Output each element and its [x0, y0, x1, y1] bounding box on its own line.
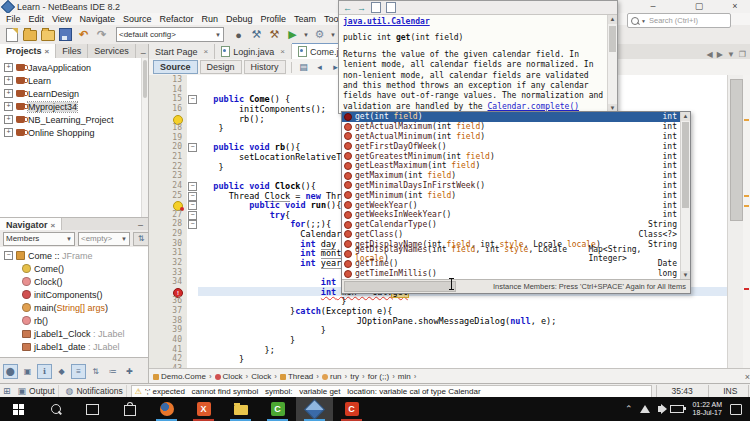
collapse-icon[interactable]: −: [4, 251, 13, 260]
clean-button[interactable]: ⚒: [267, 27, 282, 42]
network-icon[interactable]: [640, 405, 650, 413]
menu-view[interactable]: View: [48, 13, 75, 25]
navigator-item[interactable]: jLabel1_date : JLabel: [0, 340, 148, 353]
tab-services[interactable]: Services: [88, 44, 136, 58]
completion-item[interactable]: getLeastMaximum(int field)int: [342, 161, 681, 171]
close-icon[interactable]: ×: [45, 47, 50, 56]
show-static-icon[interactable]: ℹ: [37, 364, 52, 379]
editor-tab-login-java[interactable]: Login.java×: [215, 44, 292, 59]
view-source-button[interactable]: Source: [153, 60, 198, 74]
navigator-item[interactable]: Come(): [0, 262, 148, 275]
breadcrumb-item[interactable]: try: [350, 372, 359, 381]
completion-item[interactable]: getWeekYear()int: [342, 200, 681, 210]
breadcrumb-item[interactable]: Clock: [215, 372, 243, 381]
save-all-button[interactable]: [58, 27, 73, 42]
completion-item[interactable]: getClass()Class<?>: [342, 230, 681, 240]
menu-source[interactable]: Source: [119, 13, 156, 25]
completion-item[interactable]: getMinimum(int field)int: [342, 190, 681, 200]
breadcrumb-item[interactable]: Thread: [280, 372, 313, 381]
quick-search-input[interactable]: ▼ Search (Ctrl+I): [627, 13, 731, 28]
close-icon[interactable]: ×: [280, 47, 285, 56]
code-line[interactable]: }: [198, 296, 727, 306]
fqn-icon[interactable]: ≔: [105, 364, 120, 379]
members-select[interactable]: Members▼: [3, 232, 75, 246]
navigator-item[interactable]: main(String[] args): [0, 301, 148, 314]
expand-icon[interactable]: +: [4, 89, 13, 98]
menu-profile[interactable]: Profile: [257, 13, 291, 25]
back-icon[interactable]: ◂: [313, 61, 327, 74]
class-link[interactable]: java.util.Calendar: [343, 17, 430, 26]
forward-icon[interactable]: →: [357, 3, 366, 13]
warning-mark[interactable]: [744, 205, 749, 207]
completion-item[interactable]: getActualMinimum(int field)int: [342, 132, 681, 142]
expand-icon[interactable]: +: [4, 115, 13, 124]
new-project-button[interactable]: [22, 27, 37, 42]
navigator-root-item[interactable]: −Come :: JFrame: [0, 249, 148, 262]
menu-edit[interactable]: Edit: [25, 13, 49, 25]
sort-source-icon[interactable]: ⇅: [88, 364, 103, 379]
code-line[interactable]: }: [198, 354, 727, 364]
clock[interactable]: 01:22 AM18-Jul-17: [692, 401, 722, 417]
attach-javadoc-icon[interactable]: [386, 2, 396, 13]
warning-mark[interactable]: [744, 119, 749, 121]
filter-select[interactable]: <empty>▼: [78, 232, 130, 246]
editor-scrollbar[interactable]: [727, 75, 744, 368]
expand-icon[interactable]: +: [4, 102, 13, 111]
show-non-public-icon[interactable]: ◆: [54, 364, 69, 379]
breadcrumb-item[interactable]: Demo.Come: [153, 372, 206, 381]
navigator-item[interactable]: jLabel1_Clock : JLabel: [0, 327, 148, 340]
window-list-icon[interactable]: ⊞: [3, 386, 11, 396]
new-file-button[interactable]: [4, 27, 19, 42]
menu-run[interactable]: Run: [197, 13, 222, 25]
expand-icon[interactable]: +: [4, 63, 13, 72]
scroll-tabs-left-icon[interactable]: ◀: [707, 50, 713, 59]
menu-navigate[interactable]: Navigate: [75, 13, 119, 25]
menu-refactor[interactable]: Refactor: [155, 13, 197, 25]
breadcrumb-item[interactable]: run: [322, 372, 342, 381]
window-minimize-button[interactable]: –: [640, 0, 666, 13]
last-edit-icon[interactable]: ▤: [297, 61, 311, 74]
expand-icon[interactable]: +: [4, 128, 13, 137]
scrollbar-thumb[interactable]: [730, 79, 743, 221]
show-in-browser-icon[interactable]: [371, 2, 381, 13]
store-button[interactable]: [111, 397, 148, 421]
menu-debug[interactable]: Debug: [222, 13, 257, 25]
breadcrumb-close-icon[interactable]: ×: [745, 372, 750, 382]
scroll-tabs-right-icon[interactable]: ▶: [717, 50, 723, 59]
close-icon[interactable]: ×: [51, 221, 56, 230]
taskbar-search-button[interactable]: [37, 397, 74, 421]
code-line[interactable]: JOptionPane.showMessageDialog(null, e);: [198, 316, 727, 326]
scroll-up-icon[interactable]: ▲: [608, 15, 617, 24]
show-fields-icon[interactable]: ▣: [20, 364, 35, 379]
navigator-minimize-button[interactable]: –: [133, 220, 148, 230]
code-line[interactable]: }: [198, 335, 727, 345]
build-project-button[interactable]: ●: [231, 27, 246, 42]
clean-build-button[interactable]: ⚒: [249, 27, 264, 42]
project-item[interactable]: +Online Shopping: [0, 126, 148, 139]
completion-item[interactable]: getMinimalDaysInFirstWeek()int: [342, 181, 681, 191]
project-item[interactable]: +NB_Learning_Project: [0, 113, 148, 126]
maximize-editor-icon[interactable]: ❐: [739, 50, 746, 59]
completion-item[interactable]: getActualMaximum(int field)int: [342, 122, 681, 132]
scrollbar-thumb[interactable]: [682, 122, 689, 208]
completion-item[interactable]: getCalendarType()String: [342, 220, 681, 230]
menu-file[interactable]: File: [2, 13, 25, 25]
window-maximize-button[interactable]: ▢: [686, 0, 712, 13]
code-line[interactable]: }: [198, 325, 727, 335]
sort-members-button[interactable]: ⇅: [133, 232, 149, 246]
action-center-icon[interactable]: [730, 404, 742, 415]
open-project-button[interactable]: [40, 27, 55, 42]
breadcrumb-item[interactable]: min: [398, 372, 411, 381]
task-view-button[interactable]: [74, 397, 111, 421]
completion-hscroll-thumb[interactable]: [344, 281, 456, 292]
editor-tab-start-page[interactable]: Start Page×: [149, 44, 215, 59]
app-red-c-button[interactable]: C: [333, 397, 370, 421]
scrollbar-thumb[interactable]: [609, 26, 616, 52]
debug-project-button[interactable]: ⚙: [312, 27, 327, 42]
debug-dropdown-arrow[interactable]: ▼: [330, 32, 336, 38]
notifications-tab[interactable]: ◍Notifications: [63, 385, 127, 397]
back-icon[interactable]: ←: [343, 3, 352, 13]
show-inherited-icon[interactable]: ⬤: [3, 364, 18, 379]
redo-button[interactable]: ↷: [94, 27, 109, 42]
start-button[interactable]: [0, 397, 37, 421]
